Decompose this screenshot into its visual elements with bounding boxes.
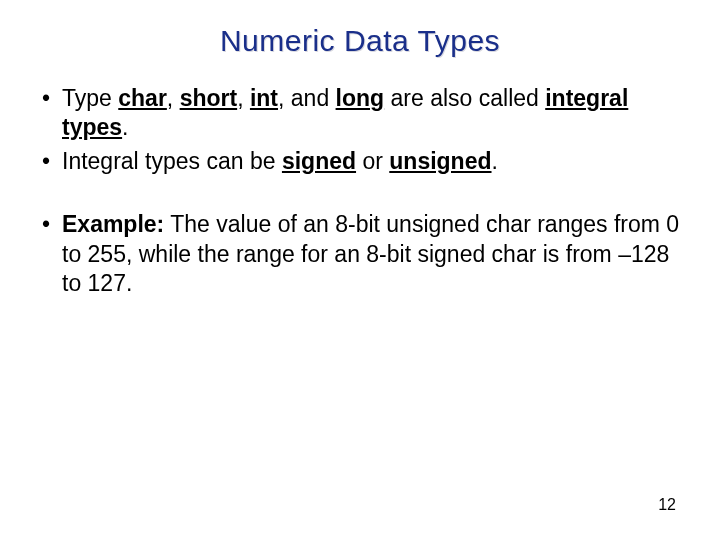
- text: ,: [237, 85, 250, 111]
- bullet-list-2: Example: The value of an 8-bit unsigned …: [38, 210, 684, 298]
- spacer: [36, 180, 684, 210]
- keyword-unsigned: unsigned: [389, 148, 491, 174]
- example-label: Example:: [62, 211, 164, 237]
- bullet-2: Integral types can be signed or unsigned…: [38, 147, 684, 176]
- slide: Numeric Data Types Type char, short, int…: [0, 0, 720, 540]
- bullet-3: Example: The value of an 8-bit unsigned …: [38, 210, 684, 298]
- page-number: 12: [658, 496, 676, 514]
- text: ,: [167, 85, 180, 111]
- slide-title: Numeric Data Types: [36, 24, 684, 58]
- keyword-char: char: [118, 85, 167, 111]
- bullet-1: Type char, short, int, and long are also…: [38, 84, 684, 143]
- text: are also called: [384, 85, 545, 111]
- keyword-int: int: [250, 85, 278, 111]
- text: Integral types can be: [62, 148, 282, 174]
- text: Type: [62, 85, 118, 111]
- text: .: [492, 148, 498, 174]
- text: .: [122, 114, 128, 140]
- keyword-long: long: [336, 85, 385, 111]
- text: or: [356, 148, 389, 174]
- text: , and: [278, 85, 336, 111]
- bullet-list: Type char, short, int, and long are also…: [38, 84, 684, 176]
- keyword-signed: signed: [282, 148, 356, 174]
- keyword-short: short: [180, 85, 238, 111]
